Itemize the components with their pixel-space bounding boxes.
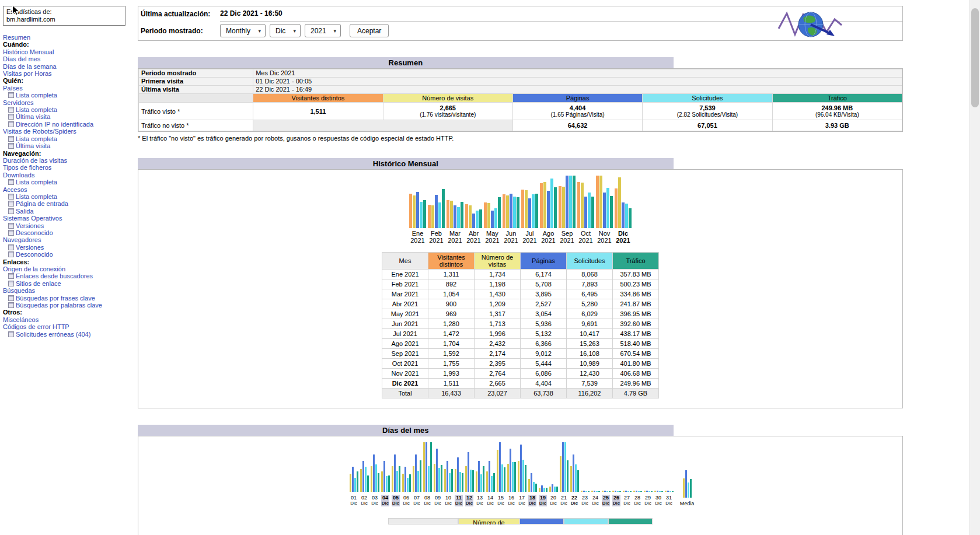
sidebar-item-sistemas-operativos-25[interactable]: Sistemas Operativos — [3, 215, 62, 222]
sidebar-item-busquedas-por-frases-clave-36[interactable]: Búsquedas por frases clave — [16, 295, 95, 302]
value-cell: 1,054 — [428, 289, 475, 299]
sidebar-item-accesos-21[interactable]: Accesos — [3, 186, 27, 193]
table-icon — [8, 302, 14, 308]
value-cell: 500.23 MB — [613, 279, 659, 289]
sidebar-item-servidores-9[interactable]: Servidores — [3, 99, 34, 106]
day-label: 11Dic — [455, 495, 463, 506]
sidebar-item-desconocido-30[interactable]: Desconocido — [16, 251, 53, 258]
not-viewed-traffic-value: 3.93 GB — [772, 120, 902, 131]
bar-numero-de-visitas — [591, 491, 593, 492]
chart-group-31: 31Dic — [664, 442, 674, 506]
sidebar-item-busquedas-35[interactable]: Búsquedas — [3, 287, 35, 294]
sidebar-item-solicitudes-erroneas-404-41[interactable]: Solicitudes erróneas (404) — [16, 331, 90, 338]
bar-paginas — [426, 442, 427, 492]
sidebar-item-tipos-de-ficheros-18[interactable]: Tipos de ficheros — [3, 164, 51, 171]
sidebar-item-desconocido-27[interactable]: Desconocido — [16, 229, 53, 236]
sidebar-item-visitas-de-robots-spiders-13[interactable]: Visitas de Robots/Spiders — [3, 128, 76, 135]
bar-numero-de-visitas — [654, 491, 656, 492]
month-label: Jul2021 — [522, 230, 536, 244]
sidebar-item-busquedas-por-palabras-clave-37[interactable]: Búsquedas por palabras clave — [16, 302, 102, 309]
sidebar-item-navegadores-28[interactable]: Navegadores — [3, 236, 41, 243]
accept-button[interactable]: Aceptar — [350, 24, 389, 37]
chart-group-ago-2021: Ago2021 — [540, 176, 557, 244]
bar-solicitudes — [554, 487, 556, 492]
sidebar-item-paises-7[interactable]: Países — [3, 85, 23, 92]
sidebar-item-lista-completa-8[interactable]: Lista completa — [16, 92, 57, 99]
sidebar-item-origen-de-la-conexion-32[interactable]: Origen de la conexión — [3, 265, 65, 272]
chart-group-14: 14Dic — [486, 442, 495, 506]
day-label: 03Dic — [371, 495, 379, 506]
sidebar-header-enlaces: Enlaces: — [3, 258, 133, 265]
sidebar-item-duracion-de-las-visitas-17[interactable]: Duración de las visitas — [3, 157, 67, 164]
value-cell: 406.68 MB — [613, 369, 659, 379]
sidebar-item-enlaces-desde-buscadores-33[interactable]: Enlaces desde buscadores — [16, 272, 93, 279]
month-cell: Ago 2021 — [382, 339, 428, 349]
bar-trafico-mb — [461, 202, 463, 228]
sidebar-item-salida-24[interactable]: Salida — [16, 208, 34, 215]
average-label: Media — [679, 501, 695, 506]
sidebar-item-lista-completa-20[interactable]: Lista completa — [16, 179, 57, 186]
chart-group-12: 12Dic — [465, 442, 474, 506]
value-cell: 1,704 — [428, 339, 475, 349]
sidebar-item-ultima-visita-11[interactable]: Última visita — [16, 113, 50, 120]
sidebar-item-lista-completa-22[interactable]: Lista completa — [16, 193, 57, 200]
chart-group-15: 15Dic — [496, 442, 505, 506]
bar-trafico — [441, 465, 442, 492]
sidebar-item-sitios-de-enlace-34[interactable]: Sitios de enlace — [16, 280, 61, 287]
sidebar-item-codigos-de-error-http-40[interactable]: Códigos de error HTTP — [3, 323, 69, 330]
bar-paginas — [583, 491, 585, 492]
bar-numero-de-visitas — [413, 195, 416, 228]
sidebar-item-downloads-19[interactable]: Downloads — [3, 172, 34, 179]
chart-group-sep-2021: Sep2021 — [559, 176, 576, 244]
column-header-solicitudes: Solicitudes — [643, 94, 772, 103]
table-icon — [8, 295, 14, 301]
not-viewed-empty-cell — [253, 120, 513, 131]
sidebar-item-dias-del-mes-3[interactable]: Días del mes — [3, 55, 40, 62]
day-label: 05Dic — [392, 495, 400, 506]
table-icon — [8, 194, 14, 200]
vertical-scrollbar[interactable] — [969, 0, 980, 535]
bar-solicitudes — [522, 460, 524, 492]
sidebar-item-pagina-de-entrada-23[interactable]: Página de entrada — [16, 200, 68, 207]
sidebar-item-direccion-ip-no-identificada-12[interactable]: Dirección IP no identificada — [16, 121, 93, 128]
chart-group-03: 03Dic — [370, 442, 379, 506]
bar-paginas — [436, 449, 438, 492]
sidebar-item-miscelaneos-39[interactable]: Misceláneos — [3, 316, 39, 323]
bar-numero-de-visitas — [570, 466, 572, 492]
summary-info-row: Periodo mostradoMes Dic 2021 — [139, 69, 902, 78]
bar-solicitudes — [407, 478, 409, 492]
sidebar-item-visitas-por-horas-5[interactable]: Visitas por Horas — [3, 70, 52, 77]
bar-trafico — [367, 475, 369, 492]
viewed-traffic-row: Tráfico visto *1,5112,665(1.76 visitas/v… — [139, 103, 902, 120]
value-cell: 7,539 — [567, 379, 613, 389]
bar-trafico — [462, 473, 463, 492]
sidebar-item-resumen-0[interactable]: Resumen — [3, 34, 30, 41]
bar-solicitudes — [588, 193, 591, 228]
value-cell: 7,893 — [567, 279, 613, 289]
bar-visitantes-distintos — [503, 194, 505, 228]
bar-solicitudes — [512, 462, 514, 492]
month-cell: Jul 2021 — [382, 329, 428, 339]
bar-numero-de-visitas — [618, 177, 621, 228]
bar-numero-de-visitas — [350, 474, 351, 492]
sidebar-item-versiones-29[interactable]: Versiones — [16, 244, 44, 251]
period-month-select[interactable]: Dic — [270, 24, 301, 37]
bar-solicitudes — [375, 464, 377, 492]
day-label: 07Dic — [413, 495, 421, 506]
bar-solicitudes — [480, 474, 482, 492]
sidebar-item-historico-mensual-2[interactable]: Histórico Mensual — [3, 48, 54, 55]
site-info-box: Estadísticas de: bm.hardlimit.com — [3, 6, 125, 26]
bar-solicitudes — [457, 207, 460, 228]
sidebar-item-lista-completa-10[interactable]: Lista completa — [16, 106, 57, 113]
sidebar-item-lista-completa-14[interactable]: Lista completa — [16, 135, 57, 142]
awstats-logo-icon — [777, 8, 843, 41]
bar-solicitudes — [438, 468, 440, 492]
scrollbar-thumb[interactable] — [971, 8, 979, 107]
period-year-select[interactable]: 2021 — [305, 24, 341, 37]
sidebar-item-versiones-26[interactable]: Versiones — [16, 222, 44, 229]
sidebar-item-ultima-visita-15[interactable]: Última visita — [16, 142, 50, 149]
sidebar-item-dias-de-la-semana-4[interactable]: Días de la semana — [3, 63, 57, 70]
period-type-select[interactable]: Monthly — [220, 24, 266, 37]
bar-solicitudes — [449, 473, 451, 492]
chart-group-28: 28Dic — [633, 442, 642, 506]
